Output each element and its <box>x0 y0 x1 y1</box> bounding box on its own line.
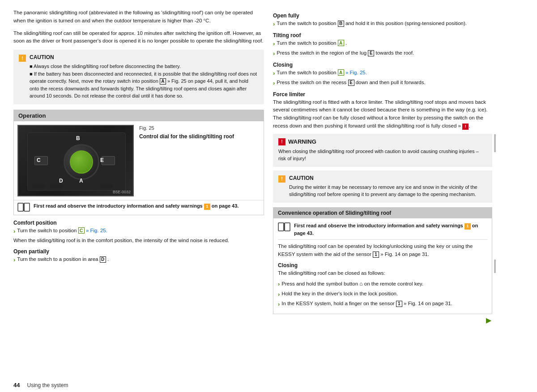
operation-section: Operation <box>13 110 264 215</box>
scrollbar-top[interactable] <box>494 134 496 152</box>
caution-label: CAUTION <box>30 54 259 60</box>
content-area: The panoramic sliding/tilting roof (abbr… <box>0 0 537 378</box>
tilting-arrow2: › <box>273 49 275 58</box>
closing-heading: Closing <box>273 62 492 68</box>
safety-page-ref: on page 43. <box>212 203 239 209</box>
open-fully-heading: Open fully <box>273 13 492 19</box>
convenience-safety-icon: 1 <box>465 223 471 230</box>
convenience-section: Convenience operation of Sliding/tilting… <box>273 207 492 314</box>
fig-code: B5E-0032 <box>113 190 131 194</box>
convenience-safety-note: First read and observe the introductory … <box>278 222 487 240</box>
operation-content: B C E D A B5E-0032 Fig. 25 Control d <box>14 121 264 200</box>
remote-icon: ⌂ <box>359 281 364 287</box>
closing-body2: The sliding/tilting roof can be closed a… <box>278 269 487 277</box>
closing-instruction2: › Press the switch on the recess E down … <box>273 79 492 88</box>
operation-header: Operation <box>14 110 264 121</box>
closing-bullet3-label: 1 <box>396 301 402 307</box>
open-fully-arrow: › <box>273 20 275 29</box>
tilting-label2: E <box>368 50 374 56</box>
convenience-sensor-label: 1 <box>373 251 379 258</box>
closing-ref1: » Fig. 25. <box>345 70 367 75</box>
open-fully-label: B <box>338 21 344 27</box>
closing-bullet1: › Press and hold the symbol button ⌂ on … <box>278 280 487 289</box>
page-label: Using the system <box>27 382 68 388</box>
figure-bg: B C E D A B5E-0032 <box>18 126 133 196</box>
continue-arrow: ▶ <box>273 316 492 324</box>
svg-rect-1 <box>24 203 30 211</box>
closing-arrow1: › <box>273 69 275 78</box>
warning-text: When closing the sliding/tilting roof pr… <box>278 148 487 162</box>
scrollbar-bottom[interactable] <box>494 260 496 273</box>
closing-bullet3: › In the KESSY system, hold a finger on … <box>278 300 487 309</box>
fig-title: Control dial for the sliding/tilting roo… <box>139 133 234 140</box>
caution-ref-label: A <box>160 78 166 85</box>
closing-arrow2: › <box>273 79 275 88</box>
closing-bullet2: › Hold the key in the driver's lock in t… <box>278 290 487 299</box>
closing-label1: A <box>338 69 344 76</box>
page-number: 44 <box>13 382 20 388</box>
tilting-instruction1: › Turn the switch to position A . <box>273 39 492 48</box>
safety-page-icon: 1 <box>204 204 210 210</box>
caution-box: ! CAUTION ■ Always close the sliding/til… <box>13 50 264 104</box>
convenience-content: First read and observe the introductory … <box>273 218 492 314</box>
comfort-desc: When the sliding/tilting roof is in the … <box>13 237 264 245</box>
book-icon-right <box>278 222 290 233</box>
force-limiter-icon: ! <box>462 124 469 130</box>
comfort-instruction: › Turn the switch to position C » Fig. 2… <box>13 227 264 236</box>
figure-container: B C E D A B5E-0032 <box>17 125 134 196</box>
convenience-header: Convenience operation of Sliding/tilting… <box>273 208 492 218</box>
closing-bullet1-arrow: › <box>278 280 280 289</box>
comfort-arrow: › <box>13 227 15 236</box>
caution-text: ■ Always close the sliding/tilting roof … <box>30 63 259 100</box>
comfort-label: C <box>78 227 85 234</box>
book-icon-left <box>17 202 30 212</box>
warning-icon: ! <box>278 138 286 145</box>
figure-caption: Fig. 25 Control dial for the sliding/til… <box>139 125 260 196</box>
safety-note-left: First read and observe the introductory … <box>14 200 264 215</box>
open-partially-heading: Open partially <box>13 248 264 255</box>
closing-bullet3-arrow: › <box>278 300 280 309</box>
caution-label2: CAUTION <box>289 175 487 181</box>
caution-text2: During the winter it may be necessary to… <box>289 183 487 198</box>
convenience-safety-text: First read and observe the introductory … <box>294 223 463 228</box>
tilting-label1: A <box>338 40 344 46</box>
safety-note-text: First read and observe the introductory … <box>34 203 203 209</box>
comfort-ref: » Fig. 25. <box>86 228 107 233</box>
caution-icon2: ! <box>278 175 286 183</box>
open-partially-arrow: › <box>13 256 15 264</box>
caution-content: CAUTION ■ Always close the sliding/tilti… <box>30 54 259 100</box>
caution-icon: ! <box>19 55 26 62</box>
closing-bullet2-arrow: › <box>278 290 280 299</box>
convenience-body: The sliding/tilting roof can be operated… <box>278 243 487 259</box>
closing-instruction1: › Turn the switch to position A » Fig. 2… <box>273 69 492 78</box>
warning-label: ! WARNING <box>278 138 487 145</box>
closing-heading2: Closing <box>278 262 487 268</box>
closing-label2: E <box>348 80 354 86</box>
tilting-heading: Tilting roof <box>273 32 492 38</box>
left-column: The panoramic sliding/tilting roof (abbr… <box>13 9 264 374</box>
right-column: Open fully › Turn the switch to position… <box>273 9 492 374</box>
open-partially-instruction: › Turn the switch to a position in area … <box>13 256 264 264</box>
tilting-instruction2: › Press the switch in the region of the … <box>273 49 492 58</box>
force-limiter-heading: Force limiter <box>273 91 492 98</box>
warning-box: ! WARNING When closing the sliding/tilti… <box>273 134 492 167</box>
svg-rect-0 <box>18 203 23 211</box>
open-partially-label: D <box>100 256 106 263</box>
open-fully-instruction: › Turn the switch to position B and hold… <box>273 20 492 29</box>
force-limiter-text: The sliding/tilting roof is fitted with … <box>273 98 492 130</box>
tilting-arrow1: › <box>273 39 275 48</box>
page-container: The panoramic sliding/tilting roof (abbr… <box>0 0 537 392</box>
svg-rect-4 <box>278 223 284 231</box>
intro-para1: The panoramic sliding/tilting roof (abbr… <box>13 9 264 25</box>
comfort-heading: Comfort position <box>13 220 264 226</box>
intro-para2: The sliding/tilting roof can still be op… <box>13 30 264 46</box>
caution-box2: ! CAUTION During the winter it may be ne… <box>273 170 492 203</box>
fig-number: Fig. 25 <box>139 125 260 132</box>
page-footer: 44 Using the system <box>0 378 537 392</box>
svg-rect-5 <box>285 223 290 231</box>
